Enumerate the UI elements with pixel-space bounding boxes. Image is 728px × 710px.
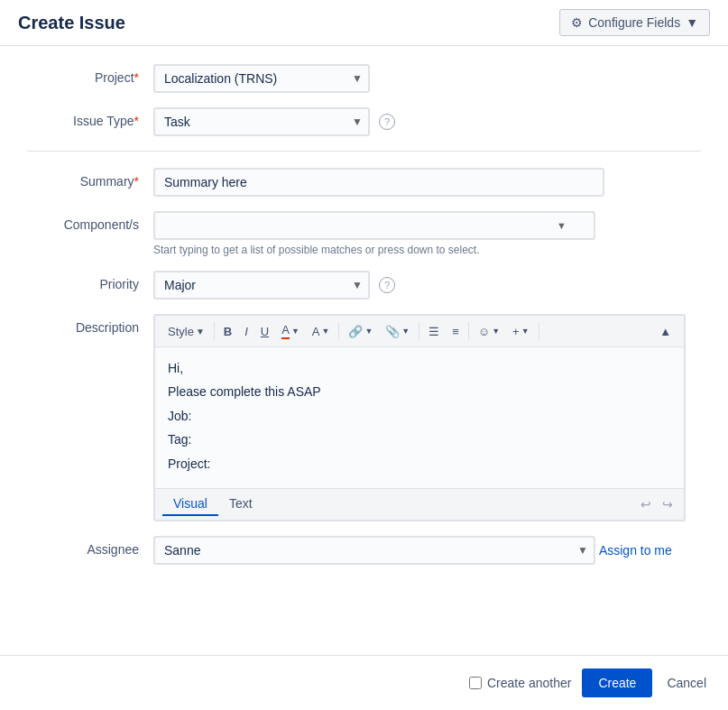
cancel-button[interactable]: Cancel xyxy=(663,669,710,697)
assignee-select[interactable]: Sanne xyxy=(153,536,595,565)
issue-type-label: Issue Type* xyxy=(27,107,153,128)
italic-button[interactable]: I xyxy=(239,321,253,342)
project-select[interactable]: Localization (TRNS) xyxy=(153,64,370,93)
priority-select[interactable]: Major Blocker Critical Minor Trivial xyxy=(153,271,370,300)
emoji-chevron: ▼ xyxy=(492,327,500,336)
link-icon: 🔗 xyxy=(348,325,363,338)
summary-field xyxy=(153,168,701,197)
form-body: Project* Localization (TRNS) ▼ Issue Typ… xyxy=(0,46,728,597)
priority-select-wrapper: Major Blocker Critical Minor Trivial ▼ xyxy=(153,271,370,300)
more-button[interactable]: + ▼ xyxy=(507,321,535,342)
issue-type-select[interactable]: Task Bug Story Epic xyxy=(153,107,370,136)
assign-to-me-link[interactable]: Assign to me xyxy=(599,543,672,558)
bullet-list-button[interactable]: ☰ xyxy=(423,321,445,342)
summary-input[interactable] xyxy=(153,168,604,197)
style-chevron-icon: ▼ xyxy=(196,327,205,337)
description-row: Description Style ▼ B I xyxy=(27,314,701,521)
assignee-field: Sanne ▼ Assign to me xyxy=(153,536,701,565)
toolbar-separator-2 xyxy=(338,322,339,340)
style-dropdown-button[interactable]: Style ▼ xyxy=(162,321,210,342)
project-row: Project* Localization (TRNS) ▼ xyxy=(27,64,701,93)
tab-text[interactable]: Text xyxy=(218,493,263,516)
assignee-select-wrapper: Sanne ▼ xyxy=(153,536,595,565)
project-select-wrapper: Localization (TRNS) ▼ xyxy=(153,64,370,93)
summary-row: Summary* xyxy=(27,168,701,197)
priority-row: Priority Major Blocker Critical Minor Tr… xyxy=(27,271,701,300)
emoji-button[interactable]: ☺ ▼ xyxy=(473,321,505,342)
editor-undo-redo: ↩ ↪ xyxy=(637,495,677,513)
project-field: Localization (TRNS) ▼ xyxy=(153,64,701,93)
create-button[interactable]: Create xyxy=(582,669,652,697)
gear-icon: ⚙ xyxy=(571,15,583,30)
editor-line-3: Job: xyxy=(168,406,671,426)
components-dropdown-arrow: ▼ xyxy=(557,220,567,231)
components-label: Component/s xyxy=(27,211,153,232)
editor-line-1: Hi, xyxy=(168,358,671,378)
collapse-button[interactable]: ▲ xyxy=(654,321,677,342)
components-hint: Start typing to get a list of possible m… xyxy=(153,244,701,256)
form-divider xyxy=(27,151,701,152)
bold-button[interactable]: B xyxy=(218,321,237,342)
components-wrapper: ▼ xyxy=(153,211,595,240)
editor-line-4: Tag: xyxy=(168,429,671,449)
description-label: Description xyxy=(27,314,153,335)
tab-visual[interactable]: Visual xyxy=(162,493,218,516)
plus-icon: + xyxy=(512,325,520,338)
dialog-header: Create Issue ⚙ Configure Fields ▼ xyxy=(0,0,728,46)
bullet-list-icon: ☰ xyxy=(429,325,439,338)
editor-line-2: Please complete this ASAP xyxy=(168,382,671,401)
editor-content-area[interactable]: Hi, Please complete this ASAP Job: Tag: … xyxy=(155,347,684,488)
components-field: ▼ Start typing to get a list of possible… xyxy=(153,211,701,256)
page-title: Create Issue xyxy=(18,13,125,33)
chevron-down-icon: ▼ xyxy=(686,15,698,30)
description-field: Style ▼ B I U A ▼ xyxy=(153,314,701,521)
numbered-list-button[interactable]: ≡ xyxy=(447,321,465,342)
attachment-icon: 📎 xyxy=(385,325,400,338)
issue-type-row: Issue Type* Task Bug Story Epic ▼ ? xyxy=(27,107,701,136)
issue-type-help-icon[interactable]: ? xyxy=(379,114,395,130)
summary-label: Summary* xyxy=(27,168,153,189)
project-label: Project* xyxy=(27,64,153,85)
assignee-row: Assignee Sanne ▼ Assign to me xyxy=(27,536,701,565)
description-editor: Style ▼ B I U A ▼ xyxy=(153,314,686,521)
undo-button[interactable]: ↩ xyxy=(637,495,655,513)
numbered-list-icon: ≡ xyxy=(452,325,459,338)
toolbar-separator-5 xyxy=(539,322,539,340)
issue-type-field: Task Bug Story Epic ▼ ? xyxy=(153,107,701,136)
editor-line-5: Project: xyxy=(168,454,671,474)
form-footer: Create another Create Cancel xyxy=(0,655,728,710)
components-input-box[interactable]: ▼ xyxy=(153,211,595,240)
more-chevron: ▼ xyxy=(521,327,530,336)
emoji-icon: ☺ xyxy=(478,325,490,338)
priority-field: Major Blocker Critical Minor Trivial ▼ ? xyxy=(153,271,701,300)
editor-footer: Visual Text ↩ ↪ xyxy=(155,488,684,520)
create-another-label[interactable]: Create another xyxy=(469,676,571,690)
editor-tabs: Visual Text xyxy=(162,493,263,516)
create-another-checkbox[interactable] xyxy=(469,677,482,689)
issue-type-select-wrapper: Task Bug Story Epic ▼ xyxy=(153,107,370,136)
toolbar-separator-3 xyxy=(419,322,419,340)
text-color-button[interactable]: A ▼ xyxy=(276,319,305,343)
editor-toolbar: Style ▼ B I U A ▼ xyxy=(155,316,684,347)
toolbar-separator-4 xyxy=(468,322,469,340)
redo-button[interactable]: ↪ xyxy=(659,495,677,513)
configure-fields-button[interactable]: ⚙ Configure Fields ▼ xyxy=(559,9,710,36)
attachment-button[interactable]: 📎 ▼ xyxy=(380,321,415,342)
priority-label: Priority xyxy=(27,271,153,291)
highlight-button[interactable]: A ▼ xyxy=(307,321,336,342)
collapse-icon: ▲ xyxy=(659,325,671,338)
link-chevron: ▼ xyxy=(364,327,373,336)
underline-button[interactable]: U xyxy=(255,321,274,342)
toolbar-separator-1 xyxy=(214,322,215,340)
highlight-chevron: ▼ xyxy=(321,327,329,336)
link-button[interactable]: 🔗 ▼ xyxy=(343,321,378,342)
priority-help-icon[interactable]: ? xyxy=(379,277,395,293)
assignee-label: Assignee xyxy=(27,536,153,557)
attachment-chevron: ▼ xyxy=(401,327,410,336)
text-color-chevron: ▼ xyxy=(291,327,299,336)
components-row: Component/s ▼ Start typing to get a list… xyxy=(27,211,701,256)
